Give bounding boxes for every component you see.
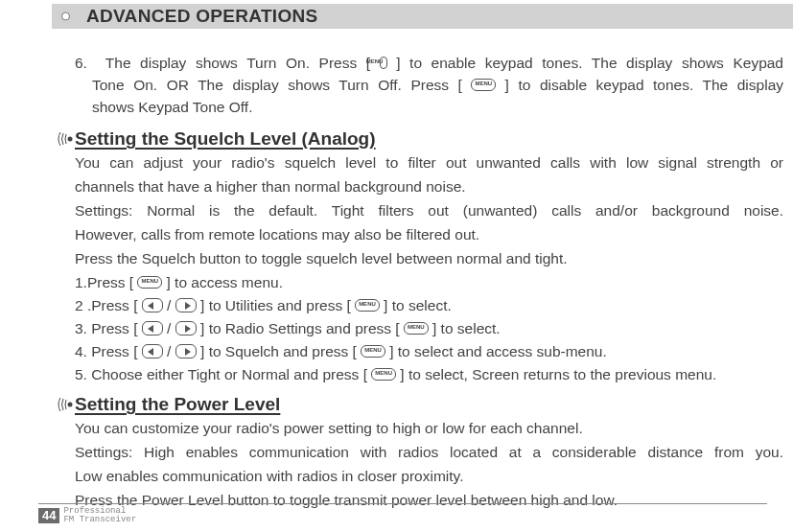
text: ] to enable keypad tones. The display sh… [396, 55, 783, 71]
step-1: 1.Press [ MENU ] to access menu. [75, 271, 783, 293]
left-arrow-key-icon [142, 298, 163, 312]
section-title: Setting the Squelch Level (Analog) [75, 127, 376, 150]
text: 3. Press [ [75, 320, 137, 336]
signal-icon [58, 130, 73, 148]
footer-rule [38, 503, 767, 505]
text: ] to select and access sub-menu. [389, 343, 607, 359]
left-arrow-key-icon [142, 344, 163, 359]
section-heading-power: Setting the Power Level [58, 393, 783, 415]
step-4: 4. Press [ / ] to Squelch and press [ ME… [75, 340, 783, 362]
header-title: ADVANCED OPERATIONS [86, 4, 317, 29]
text: ] to select. [432, 320, 501, 336]
step-2: 2 .Press [ / ] to Utilities and press [ … [75, 294, 783, 316]
header-bullet-icon [61, 12, 70, 21]
text: shows Keypad Tone Off. [92, 99, 252, 115]
text: ] to Utilities and press [ [200, 297, 351, 313]
step-3: 3. Press [ / ] to Radio Settings and pre… [75, 317, 783, 339]
section-title: Setting the Power Level [75, 393, 280, 415]
signal-icon [58, 396, 73, 413]
paragraph: You can customize your radio's power set… [75, 417, 783, 439]
menu-key-icon: MENU [361, 345, 385, 358]
text: 5. Choose either Tight or Normal and pre… [75, 366, 367, 382]
content-area: 6. The display shows Turn On. Press [ ME… [0, 29, 793, 511]
left-arrow-key-icon [142, 321, 163, 335]
section-heading-squelch: Setting the Squelch Level (Analog) [58, 127, 783, 150]
text: ] to disable keypad tones. The display [505, 77, 783, 93]
text: ] to select, Screen returns to the previ… [400, 366, 716, 382]
paragraph: channels that have a higher than normal … [75, 175, 783, 197]
paragraph: Settings: Normal is the default. Tight f… [75, 199, 783, 221]
step-list: 1.Press [ MENU ] to access menu. 2 .Pres… [75, 271, 783, 385]
paragraph: Settings: High enables communication wit… [75, 441, 783, 463]
text: 2 .Press [ [75, 297, 137, 313]
step-5: 5. Choose either Tight or Normal and pre… [75, 363, 783, 385]
footer-tag-line2: FM Transceiver [63, 516, 136, 524]
right-arrow-key-icon [175, 321, 197, 335]
text: 4. Press [ [75, 343, 137, 359]
menu-key-icon: MENU [471, 79, 496, 91]
paragraph: However, calls from remote locations may… [75, 223, 783, 245]
right-arrow-key-icon [175, 344, 197, 359]
svg-point-1 [68, 402, 73, 406]
menu-key-icon: MENU [404, 322, 429, 335]
text: Tone On. OR The display shows Turn Off. … [92, 77, 462, 93]
menu-key-icon: MENU [355, 299, 380, 312]
paragraph: Low enables communication with radios in… [75, 465, 783, 487]
svg-point-0 [68, 136, 73, 141]
footer-block: 44 Professional FM Transceiver [38, 507, 793, 524]
page: ADVANCED OPERATIONS 6. The display shows… [0, 4, 793, 532]
menu-key-icon: MENU [137, 276, 162, 289]
menu-key-icon: MENU [371, 368, 396, 381]
step-number: 6. [75, 55, 87, 71]
text: The display shows Turn On. Press [ [105, 55, 370, 71]
text: ] to access menu. [166, 274, 282, 290]
text: ] to Squelch and press [ [200, 343, 357, 359]
text: ] to select. [384, 297, 452, 313]
paragraph: Press the Squelch button to toggle squel… [75, 247, 783, 269]
step-6: 6. The display shows Turn On. Press [ ME… [92, 52, 783, 118]
footer: 44 Professional FM Transceiver [0, 503, 793, 524]
right-arrow-key-icon [175, 298, 197, 312]
header-bar: ADVANCED OPERATIONS [52, 4, 793, 29]
paragraph: You can adjust your radio's squelch leve… [75, 151, 783, 173]
menu-key-icon: MENU [380, 57, 387, 69]
page-number: 44 [38, 508, 59, 523]
footer-tag: Professional FM Transceiver [63, 507, 136, 524]
text: ] to Radio Settings and press [ [200, 320, 400, 336]
text: 1.Press [ [75, 274, 133, 290]
